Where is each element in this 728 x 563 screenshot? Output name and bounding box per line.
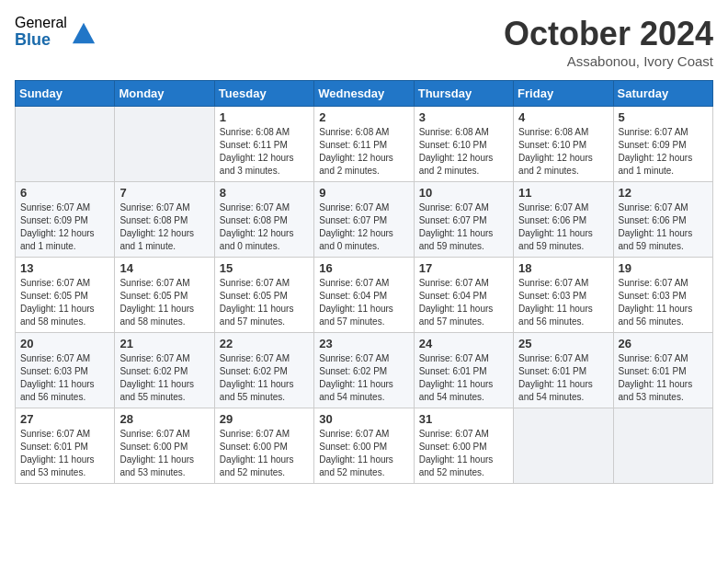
day-number: 4 (518, 110, 608, 124)
day-info: Sunrise: 6:07 AM Sunset: 6:05 PM Dayligh… (20, 277, 109, 328)
calendar-cell: 1Sunrise: 6:08 AM Sunset: 6:11 PM Daylig… (214, 107, 313, 182)
day-info: Sunrise: 6:07 AM Sunset: 6:08 PM Dayligh… (119, 201, 209, 253)
calendar-cell: 27Sunrise: 6:07 AM Sunset: 6:01 PM Dayli… (16, 408, 115, 484)
week-row-2: 6Sunrise: 6:07 AM Sunset: 6:09 PM Daylig… (16, 182, 713, 258)
day-number: 31 (419, 412, 508, 426)
calendar-cell: 6Sunrise: 6:07 AM Sunset: 6:09 PM Daylig… (16, 182, 115, 258)
calendar-body: 1Sunrise: 6:08 AM Sunset: 6:11 PM Daylig… (16, 107, 713, 484)
day-number: 20 (20, 337, 109, 350)
day-info: Sunrise: 6:07 AM Sunset: 6:03 PM Dayligh… (619, 277, 708, 328)
day-number: 23 (319, 337, 408, 350)
logo: General Blue (15, 15, 97, 49)
day-info: Sunrise: 6:07 AM Sunset: 6:01 PM Dayligh… (419, 352, 508, 404)
day-number: 10 (419, 186, 508, 200)
day-info: Sunrise: 6:07 AM Sunset: 6:01 PM Dayligh… (518, 352, 608, 404)
day-number: 15 (220, 261, 309, 275)
day-number: 2 (319, 110, 408, 124)
svg-marker-0 (73, 22, 95, 42)
week-row-1: 1Sunrise: 6:08 AM Sunset: 6:11 PM Daylig… (16, 107, 713, 182)
day-info: Sunrise: 6:07 AM Sunset: 6:01 PM Dayligh… (20, 428, 109, 479)
calendar-cell: 21Sunrise: 6:07 AM Sunset: 6:02 PM Dayli… (115, 333, 214, 408)
day-number: 5 (619, 110, 708, 124)
day-info: Sunrise: 6:08 AM Sunset: 6:10 PM Dayligh… (419, 126, 508, 178)
day-info: Sunrise: 6:08 AM Sunset: 6:10 PM Dayligh… (518, 126, 608, 178)
day-number: 30 (319, 412, 408, 426)
day-number: 18 (518, 261, 608, 275)
day-info: Sunrise: 6:07 AM Sunset: 6:09 PM Dayligh… (20, 201, 109, 253)
calendar-cell: 23Sunrise: 6:07 AM Sunset: 6:02 PM Dayli… (314, 333, 414, 408)
calendar-cell: 16Sunrise: 6:07 AM Sunset: 6:04 PM Dayli… (314, 258, 414, 333)
header-day-tuesday: Tuesday (214, 81, 313, 107)
day-number: 25 (518, 337, 608, 350)
day-info: Sunrise: 6:08 AM Sunset: 6:11 PM Dayligh… (220, 126, 309, 178)
calendar-cell: 2Sunrise: 6:08 AM Sunset: 6:11 PM Daylig… (314, 107, 414, 182)
header-row: SundayMondayTuesdayWednesdayThursdayFrid… (16, 81, 713, 107)
day-info: Sunrise: 6:07 AM Sunset: 6:09 PM Dayligh… (619, 126, 708, 178)
week-row-3: 13Sunrise: 6:07 AM Sunset: 6:05 PM Dayli… (16, 258, 713, 333)
day-number: 11 (518, 186, 608, 200)
calendar-cell: 14Sunrise: 6:07 AM Sunset: 6:05 PM Dayli… (115, 258, 214, 333)
day-number: 28 (119, 412, 209, 426)
calendar-cell: 29Sunrise: 6:07 AM Sunset: 6:00 PM Dayli… (214, 408, 313, 484)
day-number: 19 (619, 261, 708, 275)
header-day-wednesday: Wednesday (314, 81, 414, 107)
day-number: 16 (319, 261, 408, 275)
calendar: SundayMondayTuesdayWednesdayThursdayFrid… (15, 80, 713, 484)
logo-general: General (15, 15, 67, 31)
day-info: Sunrise: 6:07 AM Sunset: 6:02 PM Dayligh… (119, 352, 209, 404)
calendar-cell (514, 408, 613, 484)
day-info: Sunrise: 6:07 AM Sunset: 6:06 PM Dayligh… (619, 201, 708, 253)
calendar-cell: 13Sunrise: 6:07 AM Sunset: 6:05 PM Dayli… (16, 258, 115, 333)
day-info: Sunrise: 6:08 AM Sunset: 6:11 PM Dayligh… (319, 126, 408, 178)
day-info: Sunrise: 6:07 AM Sunset: 6:03 PM Dayligh… (20, 352, 109, 404)
day-number: 9 (319, 186, 408, 200)
day-number: 7 (119, 186, 209, 200)
title-block: October 2024 Assabonou, Ivory Coast (504, 15, 713, 69)
header-day-sunday: Sunday (16, 81, 115, 107)
calendar-cell: 12Sunrise: 6:07 AM Sunset: 6:06 PM Dayli… (613, 182, 712, 258)
day-number: 3 (419, 110, 508, 124)
day-info: Sunrise: 6:07 AM Sunset: 6:04 PM Dayligh… (419, 277, 508, 328)
day-number: 8 (220, 186, 309, 200)
page-header: General Blue October 2024 Assabonou, Ivo… (15, 15, 713, 69)
day-number: 12 (619, 186, 708, 200)
calendar-cell: 8Sunrise: 6:07 AM Sunset: 6:08 PM Daylig… (214, 182, 313, 258)
day-info: Sunrise: 6:07 AM Sunset: 6:05 PM Dayligh… (220, 277, 309, 328)
calendar-cell (16, 107, 115, 182)
day-info: Sunrise: 6:07 AM Sunset: 6:02 PM Dayligh… (319, 352, 408, 404)
location: Assabonou, Ivory Coast (504, 53, 713, 69)
day-info: Sunrise: 6:07 AM Sunset: 6:00 PM Dayligh… (119, 428, 209, 479)
calendar-cell: 15Sunrise: 6:07 AM Sunset: 6:05 PM Dayli… (214, 258, 313, 333)
day-info: Sunrise: 6:07 AM Sunset: 6:00 PM Dayligh… (419, 428, 508, 479)
calendar-cell: 7Sunrise: 6:07 AM Sunset: 6:08 PM Daylig… (115, 182, 214, 258)
header-day-thursday: Thursday (414, 81, 513, 107)
calendar-cell: 26Sunrise: 6:07 AM Sunset: 6:01 PM Dayli… (613, 333, 712, 408)
day-info: Sunrise: 6:07 AM Sunset: 6:02 PM Dayligh… (220, 352, 309, 404)
logo-blue: Blue (15, 31, 67, 50)
day-number: 1 (220, 110, 309, 124)
calendar-cell (613, 408, 712, 484)
header-day-saturday: Saturday (613, 81, 712, 107)
calendar-cell: 31Sunrise: 6:07 AM Sunset: 6:00 PM Dayli… (414, 408, 513, 484)
day-number: 22 (220, 337, 309, 350)
day-number: 26 (619, 337, 708, 350)
calendar-cell: 5Sunrise: 6:07 AM Sunset: 6:09 PM Daylig… (613, 107, 712, 182)
day-info: Sunrise: 6:07 AM Sunset: 6:00 PM Dayligh… (220, 428, 309, 479)
calendar-cell: 30Sunrise: 6:07 AM Sunset: 6:00 PM Dayli… (314, 408, 414, 484)
calendar-cell: 25Sunrise: 6:07 AM Sunset: 6:01 PM Dayli… (514, 333, 613, 408)
day-number: 6 (20, 186, 109, 200)
day-number: 17 (419, 261, 508, 275)
day-number: 27 (20, 412, 109, 426)
calendar-header: SundayMondayTuesdayWednesdayThursdayFrid… (16, 81, 713, 107)
calendar-cell: 20Sunrise: 6:07 AM Sunset: 6:03 PM Dayli… (16, 333, 115, 408)
calendar-cell: 4Sunrise: 6:08 AM Sunset: 6:10 PM Daylig… (514, 107, 613, 182)
calendar-cell: 3Sunrise: 6:08 AM Sunset: 6:10 PM Daylig… (414, 107, 513, 182)
calendar-cell: 18Sunrise: 6:07 AM Sunset: 6:03 PM Dayli… (514, 258, 613, 333)
logo-icon (71, 19, 97, 45)
day-number: 14 (119, 261, 209, 275)
day-info: Sunrise: 6:07 AM Sunset: 6:08 PM Dayligh… (220, 201, 309, 253)
day-info: Sunrise: 6:07 AM Sunset: 6:05 PM Dayligh… (119, 277, 209, 328)
week-row-4: 20Sunrise: 6:07 AM Sunset: 6:03 PM Dayli… (16, 333, 713, 408)
day-number: 13 (20, 261, 109, 275)
day-number: 21 (119, 337, 209, 350)
